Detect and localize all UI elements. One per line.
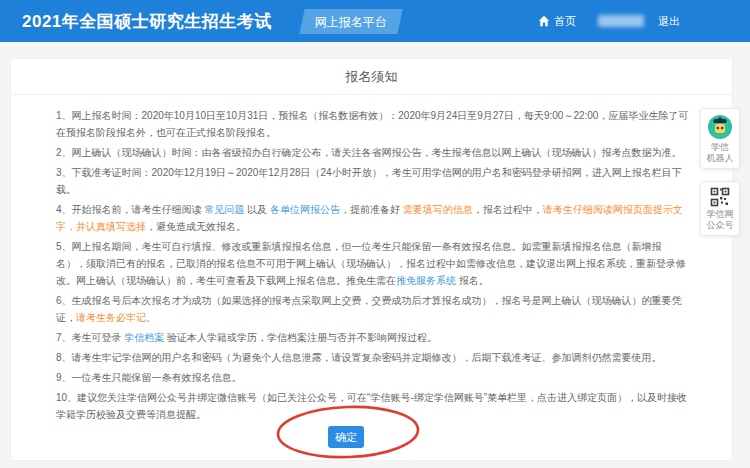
- widget-qr-label-line1: 学信网: [701, 209, 739, 220]
- widget-qr-label-line2: 公众号: [701, 220, 739, 231]
- widget-robot-label-line2: 机器人: [701, 153, 739, 164]
- platform-badge: 网上报名平台: [299, 9, 402, 34]
- notice-text: 请考生务必牢记。: [76, 312, 156, 323]
- notice-text: 验证本人学籍或学历，学信档案注册与否并不影响网报过程。: [164, 332, 437, 343]
- notice-text: 5、网上报名期间，考生可自行填报、修改或重新填报报名信息，但一位考生只能保留一条…: [56, 241, 686, 286]
- confirm-button[interactable]: 确定: [328, 426, 364, 448]
- header-nav: 首页 退出: [538, 14, 680, 29]
- notice-text: 1、网上报名时间：2020年10月10日至10月31日，预报名（报名数据有效）：…: [56, 110, 688, 138]
- notice-item: 10、建议您关注学信网公众号并绑定微信账号（如已关注公众号，可在“学信账号-绑定…: [56, 389, 689, 423]
- notice-item: 8、请考生牢记学信网的用户名和密码（为避免个人信息泄露，请设置复杂密码并定期修改…: [56, 349, 689, 366]
- notice-text: ，避免造成无效报名。: [146, 221, 246, 232]
- nav-logout-label: 退出: [658, 14, 680, 29]
- nav-home-label: 首页: [554, 14, 576, 29]
- notice-item: 9、一位考生只能保留一条有效报名信息。: [56, 369, 689, 386]
- home-icon: [538, 15, 550, 27]
- notice-text: 3、下载准考证时间：2020年12月19日～2020年12月28日（24小时开放…: [56, 167, 682, 195]
- notice-text: ，报名过程中，: [473, 204, 543, 215]
- notice-body: 1、网上报名时间：2020年10月10日至10月31日，预报名（报名数据有效）：…: [11, 95, 732, 423]
- inline-link[interactable]: 需要填写的信息: [403, 204, 473, 215]
- widget-robot-label-line1: 学信: [701, 142, 739, 153]
- notice-item: 3、下载准考证时间：2020年12月19日～2020年12月28日（24小时开放…: [56, 164, 689, 198]
- notice-text: 2、网上确认（现场确认）时间：由各省级招办自行确定公布，请关注各省网报公告，考生…: [56, 147, 682, 158]
- qr-code-icon: [710, 187, 730, 207]
- notice-card: 报名须知 1、网上报名时间：2020年10月10日至10月31日，预报名（报名数…: [10, 58, 733, 461]
- platform-badge-label: 网上报名平台: [315, 14, 387, 31]
- page-title: 2021年全国硕士研究生招生考试: [22, 10, 272, 33]
- inline-link[interactable]: 学信档案: [124, 332, 164, 343]
- notice-item: 4、开始报名前，请考生仔细阅读 常见问题 以及 各单位网报公告，提前准备好 需要…: [56, 201, 689, 235]
- username-redacted: [598, 15, 644, 27]
- notice-item: 2、网上确认（现场确认）时间：由各省级招办自行确定公布，请关注各省网报公告，考生…: [56, 144, 689, 161]
- robot-icon: [707, 114, 733, 140]
- inline-link[interactable]: 推免服务系统: [396, 275, 456, 286]
- notice-text: 报名。: [456, 275, 489, 286]
- notice-item: 1、网上报名时间：2020年10月10日至10月31日，预报名（报名数据有效）：…: [56, 107, 689, 141]
- inline-link[interactable]: 各单位网报公告: [270, 204, 340, 215]
- notice-text: 以及: [244, 204, 270, 215]
- inline-link[interactable]: 常见问题: [204, 204, 244, 215]
- notice-text: 9、一位考生只能保留一条有效报名信息。: [56, 372, 242, 383]
- widget-xuexin-robot[interactable]: 学信 机器人: [700, 108, 740, 169]
- notice-text: 4、开始报名前，请考生仔细阅读: [56, 204, 204, 215]
- notice-text: ，提前准备好: [340, 204, 403, 215]
- notice-text: 10、建议您关注学信网公众号并绑定微信账号（如已关注公众号，可在“学信账号-绑定…: [56, 392, 687, 420]
- nav-logout[interactable]: 退出: [658, 14, 680, 29]
- notice-item: 5、网上报名期间，考生可自行填报、修改或重新填报报名信息，但一位考生只能保留一条…: [56, 238, 689, 289]
- notice-text: 8、请考生牢记学信网的用户名和密码（为避免个人信息泄露，请设置复杂密码并定期修改…: [56, 352, 662, 363]
- notice-text: 7、考生可登录: [56, 332, 124, 343]
- nav-home[interactable]: 首页: [538, 14, 576, 29]
- notice-item: 7、考生可登录 学信档案 验证本人学籍或学历，学信档案注册与否并不影响网报过程。: [56, 329, 689, 346]
- notice-title: 报名须知: [11, 59, 732, 95]
- widget-qr-code[interactable]: 学信网 公众号: [700, 181, 740, 236]
- app-header: 2021年全国硕士研究生招生考试 网上报名平台 首页 退出: [0, 0, 750, 42]
- notice-item: 6、生成报名号后本次报名才为成功（如果选择的报考点采取网上交费，交费成功后才算报…: [56, 292, 689, 326]
